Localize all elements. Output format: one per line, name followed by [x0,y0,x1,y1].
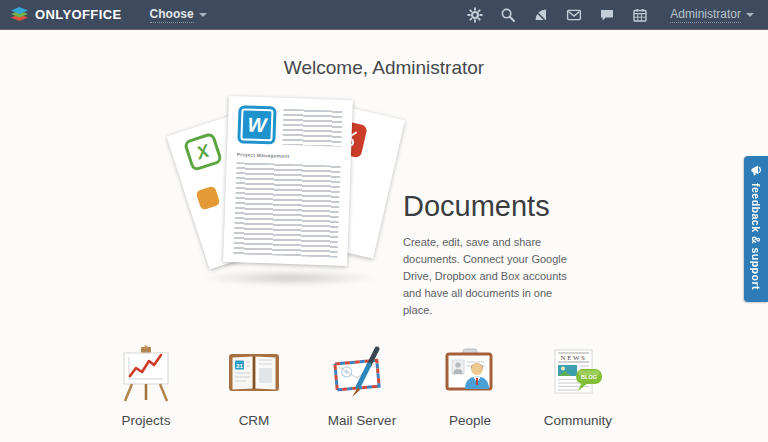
onlyoffice-logo[interactable]: ONLYOFFICE [10,6,122,23]
module-crm[interactable]: 21 CRM [211,345,297,428]
search-icon[interactable] [498,5,518,25]
top-navbar: ONLYOFFICE Choose [0,0,768,30]
feedback-tab-label: feedback & support [750,183,762,290]
module-label: CRM [211,413,297,428]
projects-easel-icon [116,345,176,403]
word-icon: W [237,105,276,144]
navbar-icon-group [465,5,650,25]
user-label: Administrator [670,7,741,23]
module-label: Projects [103,413,189,428]
crm-book-icon: 21 [224,345,284,403]
modules-row: Projects 21 CRM [0,345,746,428]
feedback-support-tab[interactable]: feedback & support [744,156,768,302]
module-community[interactable]: NEWS BLOG Community [535,345,621,428]
doc-preview-heading: Project Management [237,151,341,161]
module-projects[interactable]: Projects [103,345,189,428]
user-dropdown[interactable]: Administrator [670,7,754,23]
chevron-down-icon [746,13,754,17]
excel-letter: X [194,140,212,164]
chevron-down-icon [199,13,207,17]
mail-icon[interactable] [564,5,584,25]
documents-preview-image[interactable]: X W Project Management [186,94,393,294]
documents-hero: X W Project Management Documents Creat [186,94,582,319]
choose-label: Choose [150,7,194,23]
documents-description: Create, edit, save and share documents. … [403,234,582,319]
module-mail-server[interactable]: Mail Server [319,345,405,428]
crm-date-text: 21 [236,363,243,369]
documents-text-block: Documents Create, edit, save and share d… [403,94,582,319]
module-label: People [427,413,513,428]
module-people[interactable]: People [427,345,513,428]
word-document-page: W Project Management [223,96,353,266]
documents-title-link[interactable]: Documents [403,190,582,223]
collage-shadow [200,270,379,286]
logo-text: ONLYOFFICE [35,7,122,22]
news-text: NEWS [561,354,587,362]
settings-gear-icon[interactable] [465,5,485,25]
people-badge-icon [440,345,500,403]
excel-icon: X [183,132,223,172]
calendar-icon[interactable] [630,5,650,25]
placeholder-text-lines [282,109,342,147]
blog-text: BLOG [581,374,597,380]
placeholder-text-lines [233,162,340,258]
choose-dropdown[interactable]: Choose [150,7,207,23]
module-label: Mail Server [319,413,405,428]
welcome-heading: Welcome, Administrator [0,30,768,79]
community-news-blog-icon: NEWS BLOG [548,345,608,403]
megaphone-icon [750,164,763,177]
onlyoffice-layers-icon [10,6,29,23]
talk-icon[interactable] [597,5,617,25]
mail-envelope-pen-icon [332,345,392,403]
word-letter: W [247,113,267,137]
feed-icon[interactable] [531,5,551,25]
module-label: Community [535,413,621,428]
